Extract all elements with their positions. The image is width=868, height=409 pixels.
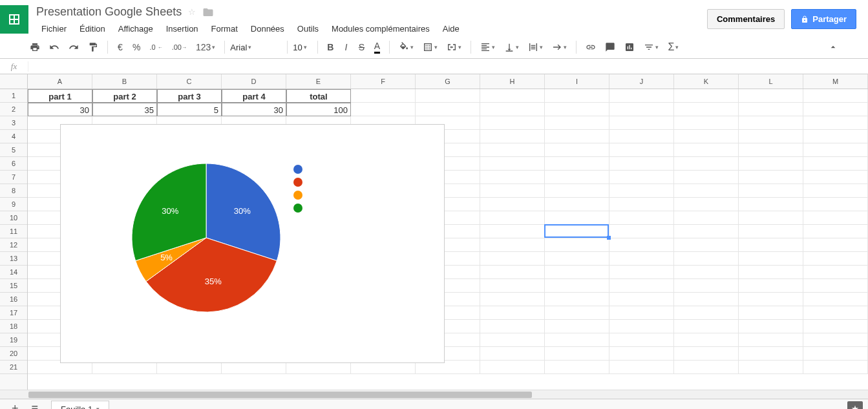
cell[interactable] [674,103,739,116]
row-header[interactable]: 18 [0,320,27,333]
menu-fichier[interactable]: Fichier [36,21,72,36]
cell[interactable] [739,361,803,374]
cell[interactable] [739,238,803,252]
menu-outils[interactable]: Outils [292,21,324,36]
cell[interactable] [480,198,545,211]
legend-swatch[interactable] [293,178,302,187]
undo-icon[interactable] [45,39,63,55]
menu-aide[interactable]: Aide [438,21,465,36]
cell[interactable] [803,198,868,211]
cell[interactable] [480,89,545,103]
legend-swatch[interactable] [293,165,302,174]
cell[interactable] [609,347,674,361]
row-header[interactable]: 12 [0,238,27,252]
col-header[interactable]: F [351,74,416,89]
cell[interactable] [545,157,609,171]
row-header[interactable]: 6 [0,157,27,171]
cell[interactable] [739,198,803,211]
fill-color-button[interactable] [395,39,418,55]
cell[interactable] [609,198,674,211]
cell[interactable] [803,157,868,171]
horizontal-scrollbar[interactable] [0,390,868,399]
cell[interactable] [739,103,803,116]
row-header[interactable]: 17 [0,306,27,320]
cell[interactable] [674,361,739,374]
row-header[interactable]: 11 [0,225,27,238]
cell[interactable] [416,89,480,103]
cell[interactable] [609,157,674,171]
row-header[interactable]: 7 [0,171,27,184]
redo-icon[interactable] [65,39,83,55]
explore-button[interactable] [847,401,863,410]
cell[interactable] [480,320,545,333]
cell[interactable] [803,238,868,252]
col-header[interactable]: K [674,74,739,89]
cell[interactable]: 30 [222,103,286,116]
print-icon[interactable] [26,39,44,55]
cell[interactable] [480,143,545,157]
cell[interactable] [609,279,674,293]
cell[interactable] [674,266,739,279]
row-header[interactable]: 9 [0,198,27,211]
cell[interactable] [674,116,739,130]
cell[interactable] [803,116,868,130]
row-header[interactable]: 4 [0,130,27,143]
col-header[interactable]: C [157,74,222,89]
cell[interactable] [545,266,609,279]
cell[interactable] [609,238,674,252]
cell[interactable] [803,143,868,157]
cell[interactable] [545,320,609,333]
cell[interactable] [803,320,868,333]
merge-cells-button[interactable] [443,39,465,55]
cell[interactable] [803,225,868,238]
row-header[interactable]: 21 [0,361,27,374]
all-sheets-button[interactable]: ≡ [25,399,45,409]
italic-button[interactable]: I [339,39,353,55]
menu-format[interactable]: Format [206,21,243,36]
col-header[interactable]: B [92,74,157,89]
cell[interactable] [609,266,674,279]
currency-button[interactable]: € [113,39,127,55]
cell[interactable] [609,143,674,157]
cell[interactable] [609,130,674,143]
row-header[interactable]: 15 [0,279,27,293]
cell[interactable] [674,252,739,266]
cell[interactable] [609,306,674,320]
cell[interactable] [480,184,545,198]
cell[interactable]: part 1 [28,89,92,103]
decrease-decimal-button[interactable]: .0 ← [145,39,166,55]
cell[interactable] [480,252,545,266]
menu-donnees[interactable]: Données [246,21,290,36]
sheet-tab[interactable]: Feuille 1 ▾ [51,401,109,410]
cell[interactable]: part 2 [92,89,157,103]
cell[interactable] [803,279,868,293]
cell[interactable] [480,171,545,184]
cell[interactable] [739,320,803,333]
cell[interactable] [674,143,739,157]
insert-link-button[interactable] [582,39,600,55]
functions-button[interactable]: Σ [664,39,683,55]
insert-chart-button[interactable] [620,39,639,55]
cell[interactable] [609,293,674,306]
cell[interactable] [545,89,609,103]
menu-insertion[interactable]: Insertion [161,21,204,36]
folder-icon[interactable] [202,6,214,18]
cell[interactable] [545,211,609,225]
text-wrap-button[interactable] [524,39,547,55]
cell[interactable] [674,238,739,252]
cell[interactable] [545,103,609,116]
cell[interactable] [739,306,803,320]
cell[interactable] [416,103,480,116]
cell[interactable]: 30 [28,103,92,116]
cell[interactable] [739,293,803,306]
cell[interactable] [803,347,868,361]
row-header[interactable]: 2 [0,103,27,116]
cell[interactable] [739,130,803,143]
cell[interactable] [739,266,803,279]
cell[interactable] [609,184,674,198]
cell[interactable] [674,293,739,306]
cell[interactable] [739,225,803,238]
sheets-logo[interactable] [0,5,28,34]
cell[interactable] [739,171,803,184]
share-button[interactable]: Partager [791,9,856,29]
